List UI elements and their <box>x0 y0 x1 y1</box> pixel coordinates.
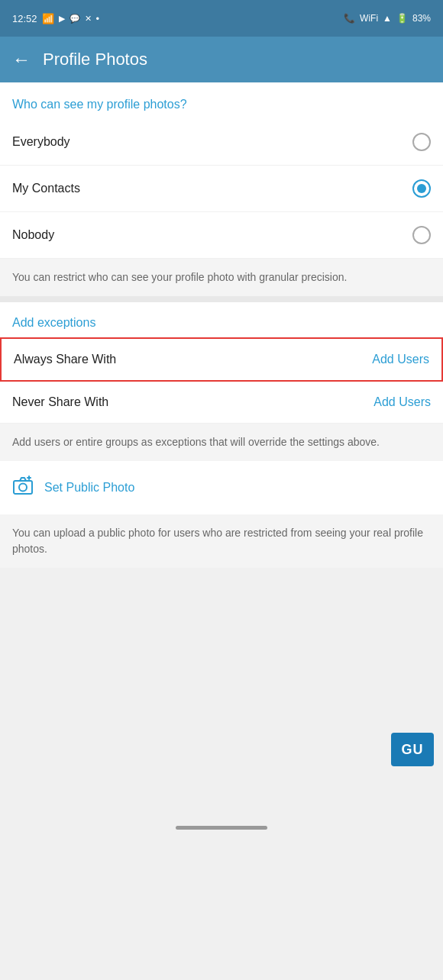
main-content: Who can see my profile photos? Everybody… <box>0 82 443 568</box>
set-public-photo-label: Set Public Photo <box>44 481 134 495</box>
battery-icon: 🔋 <box>396 13 408 24</box>
twitter-icon: ✕ <box>85 14 92 24</box>
who-can-see-label: Who can see my profile photos? <box>12 98 187 111</box>
always-share-label: Always Share With <box>14 353 116 366</box>
exceptions-header: Add exceptions <box>0 302 443 337</box>
page-title: Profile Photos <box>43 50 147 69</box>
radio-my-contacts-label: My Contacts <box>12 182 80 195</box>
radio-nobody[interactable]: Nobody <box>0 212 443 259</box>
never-share-add-users[interactable]: Add Users <box>373 395 431 409</box>
exceptions-label: Add exceptions <box>12 316 95 329</box>
never-share-row[interactable]: Never Share With Add Users <box>0 382 443 424</box>
battery-percent: 83% <box>412 13 431 24</box>
radio-my-contacts-circle <box>412 179 431 198</box>
radio-everybody[interactable]: Everybody <box>0 119 443 166</box>
signal-icon: ▲ <box>383 13 392 24</box>
app-bar: ← Profile Photos <box>0 37 443 82</box>
exceptions-info-text: Add users or entire groups as exceptions… <box>0 424 443 461</box>
watermark: GU <box>391 733 434 766</box>
radio-everybody-circle <box>412 133 431 151</box>
status-bar: 12:52 📶 ▶ 💬 ✕ • 📞 WiFi ▲ 🔋 83% <box>0 0 443 37</box>
home-bar <box>176 826 267 830</box>
radio-nobody-circle <box>412 226 431 244</box>
always-share-add-users[interactable]: Add Users <box>372 353 429 366</box>
who-can-see-header: Who can see my profile photos? <box>0 82 443 119</box>
radio-nobody-label: Nobody <box>12 228 54 242</box>
radio-everybody-label: Everybody <box>12 135 70 149</box>
visibility-info-text: You can restrict who can see your profil… <box>0 259 443 296</box>
home-indicator <box>0 812 443 843</box>
call-icon: 📞 <box>344 13 355 24</box>
dot-icon: • <box>96 13 100 24</box>
svg-point-1 <box>19 484 27 492</box>
whatsapp-icon: 💬 <box>70 14 80 24</box>
bottom-area: GU <box>0 568 443 812</box>
public-photo-info-text: You can upload a public photo for users … <box>0 514 443 568</box>
wifi-icon: WiFi <box>360 13 378 24</box>
camera-plus-icon <box>12 475 34 501</box>
phone-icon: 📶 <box>42 13 54 24</box>
section-divider-1 <box>0 296 443 302</box>
status-right: 📞 WiFi ▲ 🔋 83% <box>344 13 431 24</box>
set-public-photo-row[interactable]: Set Public Photo <box>0 461 443 514</box>
always-share-row[interactable]: Always Share With Add Users <box>0 337 443 382</box>
status-time: 12:52 <box>12 13 37 24</box>
radio-my-contacts[interactable]: My Contacts <box>0 166 443 212</box>
watermark-text: GU <box>402 742 424 758</box>
youtube-icon: ▶ <box>59 14 65 24</box>
never-share-label: Never Share With <box>12 395 108 409</box>
back-button[interactable]: ← <box>12 49 31 70</box>
status-left: 12:52 📶 ▶ 💬 ✕ • <box>12 13 99 24</box>
